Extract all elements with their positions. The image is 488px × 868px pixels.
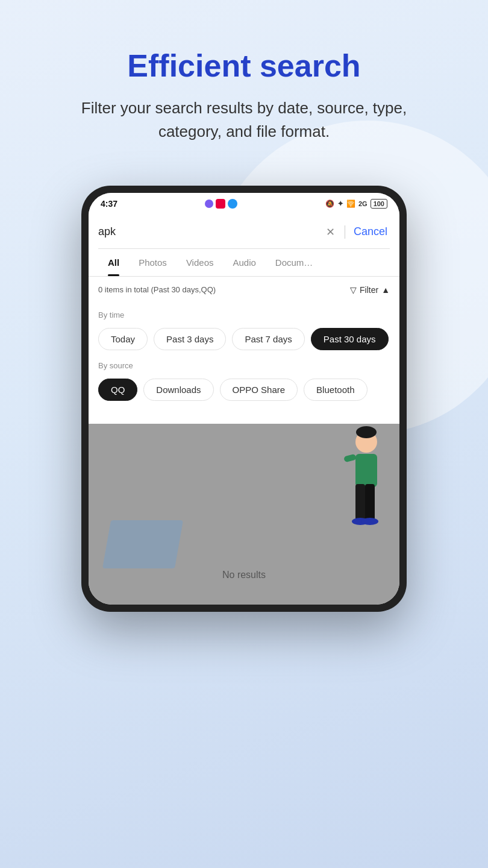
tabs-section: All Photos Videos Audio Docum… [89,249,399,277]
signal-icon: 2G [358,200,368,207]
chip-today[interactable]: Today [98,328,148,350]
hero-section: Efficient search Filter your search resu… [33,0,455,168]
app-icon-blue [228,199,237,209]
svg-rect-5 [365,484,375,520]
phone-bottom-area: No results [89,424,399,605]
mute-icon: 🔕 [325,200,334,208]
filter-label: Filter [360,285,378,295]
tab-all[interactable]: All [98,249,129,276]
character-illustration [327,424,387,544]
by-source-label: By source [98,361,390,370]
status-time: 4:37 [101,199,117,209]
hero-subtitle: Filter your search results by date, sour… [69,96,419,143]
decorative-blue-shape [102,520,183,568]
filter-count-text: 0 items in total (Past 30 days,QQ) [98,285,216,294]
chip-oppo-share[interactable]: OPPO Share [220,379,298,401]
search-query-text: apk [98,225,316,238]
svg-rect-3 [343,453,357,462]
phone-screen: 4:37 🔕 ✦ 🛜 2G 100 apk ✕ [89,193,399,605]
svg-point-7 [361,518,378,525]
status-icons: 🔕 ✦ 🛜 2G 100 [325,199,387,209]
chip-past-7-days[interactable]: Past 7 days [232,328,304,350]
phone-frame: 4:37 🔕 ✦ 🛜 2G 100 apk ✕ [81,186,407,612]
chip-bluetooth[interactable]: Bluetooth [304,379,367,401]
search-clear-button[interactable]: ✕ [322,224,339,240]
tab-documents[interactable]: Docum… [266,249,323,276]
chip-qq[interactable]: QQ [98,379,137,401]
chip-past-30-days[interactable]: Past 30 days [311,328,389,350]
search-cancel-button[interactable]: Cancel [351,224,390,239]
hero-title: Efficient search [69,48,419,84]
filter-icon: ▽ [350,285,357,295]
search-divider [345,225,345,239]
tab-audio[interactable]: Audio [223,249,265,276]
status-app-icons [205,199,237,209]
filter-panel: By time Today Past 3 days Past 7 days Pa… [89,301,399,424]
status-bar: 4:37 🔕 ✦ 🛜 2G 100 [89,193,399,212]
wifi-icon: 🛜 [346,200,355,208]
bluetooth-icon: ✦ [337,200,343,208]
svg-rect-2 [355,454,377,487]
svg-point-1 [356,426,377,438]
tab-photos[interactable]: Photos [129,249,177,276]
search-section: apk ✕ Cancel [89,212,399,249]
svg-rect-4 [355,484,365,520]
tab-videos[interactable]: Videos [177,249,224,276]
battery-icon: 100 [371,199,387,209]
filter-button[interactable]: ▽ Filter ▲ [350,285,390,295]
no-results-text: No results [222,570,266,580]
search-bar: apk ✕ Cancel [98,218,390,249]
filter-bar: 0 items in total (Past 30 days,QQ) ▽ Fil… [89,277,399,301]
phone-wrapper: 4:37 🔕 ✦ 🛜 2G 100 apk ✕ [81,186,407,612]
by-time-label: By time [98,310,390,319]
filter-arrow-icon: ▲ [381,285,390,295]
chip-downloads[interactable]: Downloads [143,379,213,401]
app-icon-red [216,199,225,209]
chip-past-3-days[interactable]: Past 3 days [154,328,226,350]
time-chips: Today Past 3 days Past 7 days Past 30 da… [98,328,390,350]
source-chips: QQ Downloads OPPO Share Bluetooth [98,379,390,401]
app-icon-purple [205,200,213,208]
